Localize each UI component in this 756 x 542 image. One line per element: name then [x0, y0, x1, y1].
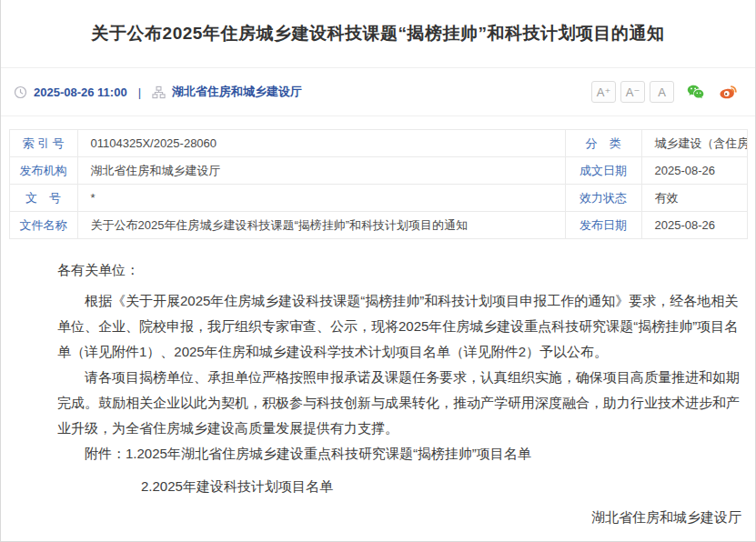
- signature-agency: 湖北省住房和城乡建设厅: [57, 505, 741, 530]
- index-number-value: 01104325X/2025-28060: [77, 130, 565, 157]
- table-row: 发布机构 湖北省住房和城乡建设厅 成文日期 2025-08-26: [9, 157, 747, 185]
- table-row: 文件名称 关于公布2025年住房城乡建设科技课题“揭榜挂帅”和科技计划项目的通知…: [9, 212, 747, 239]
- issuing-agency-value: 湖北省住房和城乡建设厅: [77, 157, 565, 185]
- article-paragraph: 根据《关于开展2025年住房城乡建设科技课题“揭榜挂帅”和科技计划项目申报工作的…: [57, 288, 741, 365]
- article-body: 各有关单位： 根据《关于开展2025年住房城乡建设科技课题“揭榜挂帅”和科技计划…: [1, 239, 755, 542]
- category-label: 分 类: [565, 130, 641, 157]
- publish-time: 2025-08-26 11:00: [34, 85, 127, 99]
- clock-icon: [14, 85, 27, 99]
- wechat-share-icon[interactable]: [685, 82, 706, 103]
- weibo-share-icon[interactable]: [717, 81, 739, 103]
- font-decrease-button[interactable]: A⁻: [620, 81, 645, 103]
- font-reset-button[interactable]: A: [650, 81, 674, 103]
- category-value: 城乡建设（含住房）: [641, 130, 747, 157]
- table-row: 文 号 * 效力状态 有效: [9, 185, 747, 212]
- doc-number-value: *: [77, 185, 565, 212]
- document-info-table: 索 引 号 01104325X/2025-28060 分 类 城乡建设（含住房）…: [9, 129, 748, 239]
- index-number-label: 索 引 号: [9, 130, 77, 157]
- page-title: 关于公布2025年住房城乡建设科技课题“揭榜挂帅”和科技计划项目的通知: [92, 22, 665, 45]
- meta-separator: |: [138, 85, 141, 99]
- sitemap-icon: [152, 85, 166, 99]
- font-increase-button[interactable]: A⁺: [591, 81, 616, 103]
- table-row: 索 引 号 01104325X/2025-28060 分 类 城乡建设（含住房）: [9, 130, 747, 157]
- validity-status-label: 效力状态: [565, 185, 641, 212]
- attachment-line-2: 2.2025年建设科技计划项目名单: [57, 474, 741, 499]
- meta-tools: A⁺ A⁻ A: [587, 81, 739, 103]
- written-date-label: 成文日期: [565, 157, 641, 185]
- doc-number-label: 文 号: [9, 185, 77, 212]
- file-title-value: 关于公布2025年住房城乡建设科技课题“揭榜挂帅”和科技计划项目的通知: [77, 212, 565, 239]
- issuing-agency-label: 发布机构: [9, 157, 77, 185]
- attachment-line-1: 附件：1.2025年湖北省住房城乡建设重点科技研究课题“揭榜挂帅”项目名单: [57, 441, 741, 467]
- publish-date-value: 2025-08-26: [641, 212, 747, 239]
- file-title-label: 文件名称: [9, 212, 77, 239]
- meta-info: 2025-08-26 11:00 | 湖北省住房和城乡建设厅: [14, 84, 302, 100]
- validity-status-value: 有效: [641, 185, 747, 212]
- meta-row: 2025-08-26 11:00 | 湖北省住房和城乡建设厅 A⁺ A⁻ A: [1, 68, 755, 116]
- article-paragraph: 请各项目揭榜单位、承担单位严格按照申报承诺及课题任务要求，认真组织实施，确保项目…: [57, 365, 741, 441]
- article-greeting: 各有关单位：: [57, 257, 741, 283]
- publish-date-label: 发布日期: [565, 212, 641, 239]
- publish-source-link[interactable]: 湖北省住房和城乡建设厅: [172, 84, 302, 100]
- written-date-value: 2025-08-26: [641, 157, 747, 185]
- notice-page: 关于公布2025年住房城乡建设科技课题“揭榜挂帅”和科技计划项目的通知 2025…: [0, 0, 756, 542]
- title-bar: 关于公布2025年住房城乡建设科技课题“揭榜挂帅”和科技计划项目的通知: [1, 0, 755, 68]
